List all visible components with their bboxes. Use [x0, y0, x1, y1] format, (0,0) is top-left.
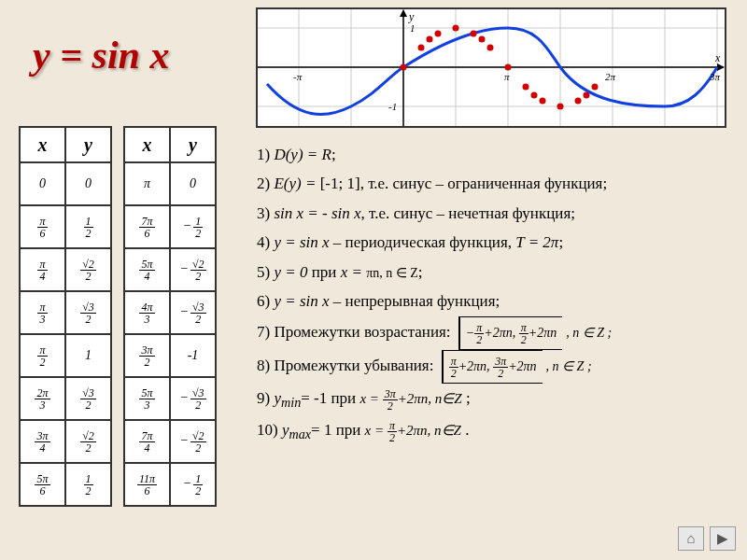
svg-text:π: π	[504, 71, 510, 82]
home-button[interactable]: ⌂	[678, 526, 704, 551]
svg-point-25	[523, 84, 529, 91]
svg-point-24	[505, 64, 512, 71]
svg-text:2π: 2π	[605, 71, 616, 82]
svg-point-29	[575, 98, 582, 105]
sine-graph: y x 1 -1 -π π 2π 3π	[256, 7, 726, 128]
svg-marker-13	[717, 63, 725, 71]
nav-controls: ⌂ ▶	[678, 526, 736, 551]
table-1: xy 00 π612 π4√22 π3√32 π21 2π3√32 3π4√22…	[19, 126, 112, 507]
prop-5: 5) y = 0 при x = πn, n ∈ Z;	[257, 258, 733, 287]
prop-8: 8) Промежутки убывания: π2+2πn, 3π2+2πn,…	[257, 350, 733, 384]
svg-point-19	[435, 31, 442, 37]
svg-point-16	[401, 64, 407, 71]
prop-7: 7) Промежутки возрастания: −π2+2πn, π2+2…	[257, 316, 733, 350]
prop-4: 4) y = sin x – периодическая функция, T …	[257, 228, 733, 257]
svg-point-20	[453, 25, 459, 32]
svg-text:1: 1	[410, 22, 416, 34]
svg-text:3π: 3π	[709, 71, 721, 82]
axis-y-label: y	[408, 10, 415, 23]
svg-point-18	[427, 36, 433, 43]
svg-point-21	[471, 31, 477, 37]
value-tables: xy 00 π612 π4√22 π3√32 π21 2π3√32 3π4√22…	[19, 126, 217, 507]
svg-text:-1: -1	[388, 101, 397, 112]
table-2: xy π0 7π6−12 5π4−√22 4π3−√32 3π2-1 5π3−√…	[123, 126, 217, 507]
next-button[interactable]: ▶	[710, 526, 736, 551]
prop-9: 9) ymin= -1 при x = 3π2+2πn, n∈Z ;	[257, 384, 733, 415]
prop-6: 6) y = sin x – непрерывная функция;	[257, 287, 733, 315]
svg-point-26	[531, 92, 538, 99]
svg-point-28	[557, 104, 564, 110]
properties-list: 1) D(y) = R; 2) E(y) = [-1; 1], т.е. син…	[257, 140, 733, 446]
svg-text:-π: -π	[293, 71, 303, 82]
svg-point-17	[418, 45, 425, 51]
svg-point-27	[540, 98, 546, 105]
svg-marker-15	[400, 9, 407, 17]
prop-3: 3) sin x = - sin x, т.е. синус – нечетна…	[257, 199, 733, 228]
svg-point-30	[584, 92, 590, 99]
page-title: y = sin x	[33, 33, 169, 77]
svg-point-22	[479, 36, 486, 43]
prop-10: 10) ymax= 1 при x = π2+2πn, n∈Z .	[257, 415, 733, 447]
prop-2: 2) E(y) = [-1; 1], т.е. синус – ограниче…	[257, 169, 733, 198]
svg-point-23	[487, 45, 494, 51]
svg-point-31	[592, 84, 599, 91]
axis-x-label: x	[714, 51, 721, 64]
prop-1: 1) D(y) = R;	[257, 140, 733, 169]
